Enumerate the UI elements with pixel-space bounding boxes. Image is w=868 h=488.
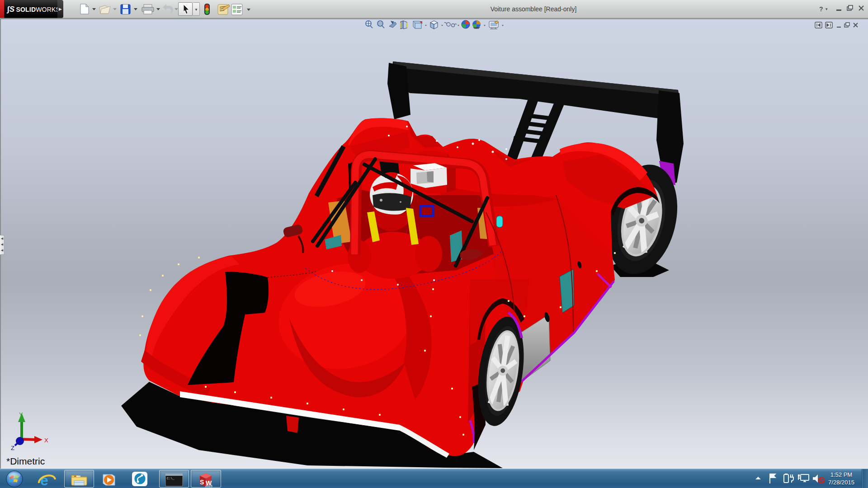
svg-text:e: e <box>40 472 48 488</box>
svg-text:S: S <box>200 479 204 486</box>
svg-text:Z: Z <box>11 445 14 451</box>
svg-text:C:\_: C:\_ <box>167 477 175 480</box>
svg-text:2015: 2015 <box>205 484 212 488</box>
svg-text:X: X <box>44 437 48 444</box>
svg-text:*Dimetric: *Dimetric <box>6 456 45 466</box>
svg-text:Y: Y <box>19 411 23 418</box>
